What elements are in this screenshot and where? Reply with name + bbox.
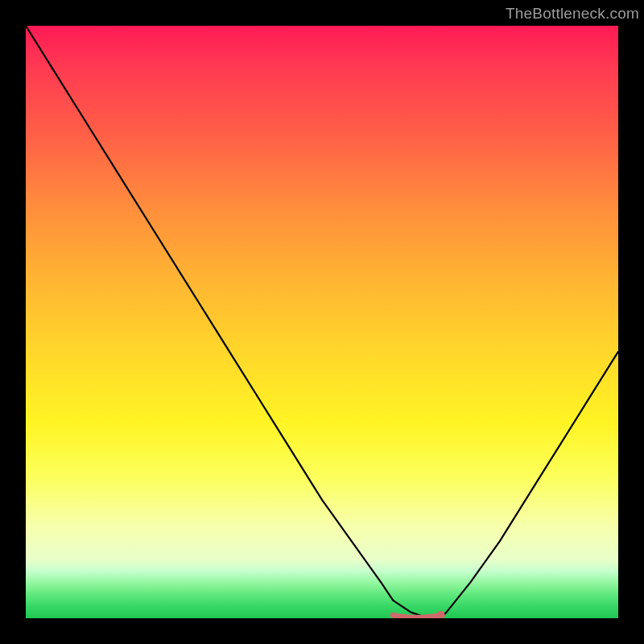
watermark-text: TheBottleneck.com <box>506 5 639 23</box>
plot-area <box>26 26 618 618</box>
curve-layer <box>26 26 618 618</box>
flat-endpoint-dot <box>436 611 445 618</box>
chart-stage: TheBottleneck.com <box>0 0 644 644</box>
bottleneck-curve <box>26 26 618 618</box>
flat-bottom-marker <box>393 615 440 617</box>
